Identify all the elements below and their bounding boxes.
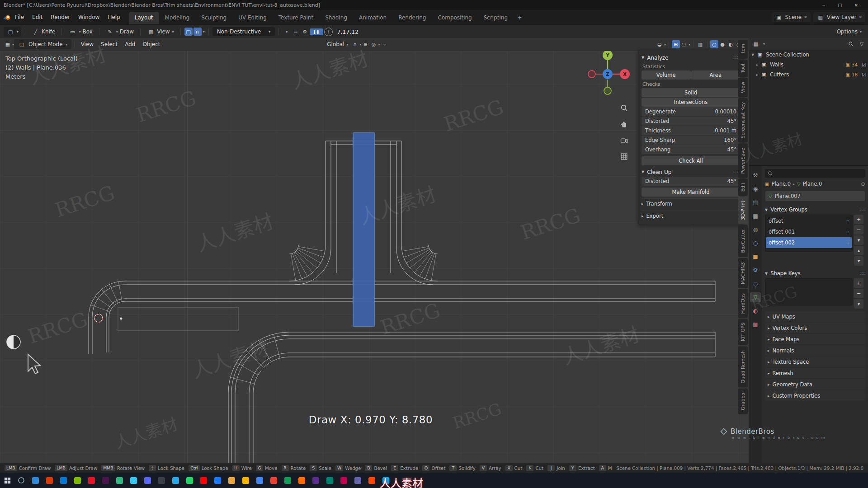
tab-machin3[interactable]: MACHIN3 — [738, 258, 748, 288]
taskbar-app-icon[interactable] — [99, 474, 111, 487]
make-manifold-button[interactable]: Make Manifold — [642, 188, 740, 197]
cut-mode-select[interactable]: Non-Destructive ▾ — [212, 27, 275, 36]
check-all-button[interactable]: Check All — [642, 156, 740, 165]
taskbar-app-icon[interactable] — [366, 474, 377, 487]
area-button[interactable]: Area — [691, 70, 741, 80]
check-solid-button[interactable]: Solid — [642, 88, 740, 97]
taskbar-app-icon[interactable] — [198, 474, 209, 487]
section-uv-maps[interactable]: ▸ UV Maps — [765, 311, 865, 322]
shading-wireframe-icon[interactable]: ○ — [710, 40, 718, 48]
camera-view-icon[interactable] — [618, 135, 629, 145]
snap-toggle-icon[interactable]: ▢ — [184, 28, 193, 36]
vertex-groups-header[interactable]: ▼ Vertex Groups ∷∷ — [765, 205, 865, 215]
modifier-properties-icon[interactable]: ⚙ — [750, 265, 761, 275]
view-layer-unlink-icon[interactable]: ✕ — [859, 15, 862, 19]
tab-powersave[interactable]: PowerSave — [738, 144, 748, 178]
taskbar-app-icon[interactable] — [57, 474, 69, 487]
workspace-tab-layout[interactable]: Layout — [129, 12, 159, 24]
menu-lines-icon[interactable]: ≡ — [292, 28, 300, 36]
editor-type-icon[interactable]: ▦ — [4, 40, 12, 48]
triangle-right-icon[interactable]: ▸ — [756, 73, 758, 77]
texture-properties-icon[interactable]: ▩ — [750, 319, 761, 329]
tab-kit-ops[interactable]: KIT OPS — [738, 319, 748, 345]
gizmo-x-neg-axis[interactable] — [588, 70, 595, 78]
export-panel-header[interactable]: ▸ Export — [642, 211, 740, 221]
section-vertex-colors[interactable]: ▸ Vertex Colors — [765, 323, 865, 333]
taskbar-app-icon[interactable] — [85, 474, 97, 487]
outliner-row-scene-collection[interactable]: ▼ ▣ Scene Collection — [749, 50, 868, 60]
section-custom-properties[interactable]: ▸ Custom Properties — [765, 390, 865, 401]
workspace-tab-animation[interactable]: Animation — [353, 12, 392, 24]
mesh-name-field[interactable]: ▽ Plane.007 — [765, 191, 865, 202]
breadcrumb-object[interactable]: Plane.0 — [771, 181, 791, 187]
cursor-3d[interactable] — [92, 312, 105, 324]
physics-properties-icon[interactable]: ◌ — [750, 279, 761, 289]
cortana-search-icon[interactable] — [15, 474, 27, 487]
orientation-select[interactable]: Global ▾ — [324, 40, 351, 48]
taskbar-app-icon[interactable] — [113, 474, 125, 487]
taskbar-app-icon[interactable] — [29, 474, 41, 487]
shape-keys-header[interactable]: ▼ Shape Keys ∷∷ — [765, 268, 865, 278]
outliner-row-cutters[interactable]: ▸ ▣ Cutters ▣ 18 ☑ — [749, 70, 868, 80]
snap-target-icon[interactable]: ⊕ — [362, 40, 370, 48]
viewport-menu-view[interactable]: View — [77, 41, 97, 47]
taskbar-app-icon[interactable] — [380, 474, 392, 487]
tab-3d-print[interactable]: 3D-Print — [738, 197, 748, 224]
outliner-row-walls[interactable]: ▸ ▣ Walls ▣ 34 ☑ — [749, 60, 868, 70]
volume-button[interactable]: Volume — [642, 70, 691, 80]
cleanup-distorted-row[interactable]: Distorted 45° — [642, 177, 740, 186]
close-button[interactable]: ✕ — [848, 0, 864, 10]
check-overhang-row[interactable]: Overhang 45° — [642, 145, 740, 154]
filter-icon[interactable]: ▽ — [858, 40, 866, 48]
taskbar-app-icon[interactable] — [226, 474, 237, 487]
section-geometry-data[interactable]: ▸ Geometry Data — [765, 379, 865, 389]
lock-icon[interactable]: ▫ — [846, 219, 849, 223]
xray-toggle-icon[interactable]: ▥ — [696, 40, 704, 48]
check-intersections-button[interactable]: Intersections — [642, 98, 740, 107]
add-vertex-group-button[interactable]: + — [854, 215, 863, 224]
pause-button[interactable]: ❚❚ — [310, 28, 323, 35]
move-down-button[interactable]: ▾ — [854, 256, 863, 266]
object-properties-icon[interactable]: ■ — [750, 252, 761, 262]
chevron-down-icon[interactable]: ▾ — [664, 42, 666, 47]
overlays-toggle-icon[interactable]: ◌ — [680, 40, 688, 48]
world-properties-icon[interactable]: ○ — [750, 238, 761, 248]
section-texture-space[interactable]: ▸ Texture Space — [765, 357, 865, 367]
tab-item[interactable]: Item — [738, 40, 748, 59]
cleanup-panel-header[interactable]: ▼ Clean Up ∷∷ — [642, 167, 740, 177]
gizmos-toggle-icon[interactable]: ⊞ — [672, 40, 680, 48]
check-distorted-row[interactable]: Distorted 45° — [642, 117, 740, 126]
taskbar-app-icon[interactable] — [170, 474, 181, 487]
workspace-tab-scripting[interactable]: Scripting — [478, 12, 514, 24]
tab-edit[interactable]: Edit — [738, 178, 748, 196]
taskbar-app-icon[interactable] — [282, 474, 293, 487]
options-button[interactable]: Options ▾ — [834, 28, 864, 36]
menu-render[interactable]: Render — [47, 10, 74, 24]
tab-view[interactable]: View — [738, 78, 748, 97]
start-button[interactable] — [1, 474, 13, 487]
pan-hand-icon[interactable] — [618, 118, 629, 129]
remove-shape-key-button[interactable]: − — [854, 289, 863, 298]
scene-unlink-icon[interactable]: ✕ — [804, 15, 807, 19]
workspace-tab-sculpting[interactable]: Sculpting — [195, 12, 232, 24]
taskbar-app-icon[interactable] — [156, 474, 167, 487]
section-remesh[interactable]: ▸ Remesh — [765, 368, 865, 378]
menu-window[interactable]: Window — [74, 10, 104, 24]
workspace-tab-shading[interactable]: Shading — [319, 12, 353, 24]
breadcrumb-data[interactable]: Plane.0 — [803, 181, 822, 187]
shape-key-specials-button[interactable]: ▾ — [854, 299, 863, 309]
menu-edit[interactable]: Edit — [28, 10, 47, 24]
blender-logo-icon[interactable] — [3, 13, 11, 21]
gear-icon[interactable]: ⚙ — [301, 28, 309, 36]
properties-search-input[interactable] — [765, 169, 865, 178]
chevron-down-icon[interactable]: ▾ — [689, 42, 690, 47]
vertex-group-row[interactable]: offset ▫ — [766, 216, 852, 226]
remove-vertex-group-button[interactable]: − — [854, 225, 863, 235]
tool-properties-icon[interactable]: ⚒ — [750, 170, 761, 180]
taskbar-app-icon[interactable] — [240, 474, 251, 487]
tab-quad-remesh[interactable]: Quad Remesh — [738, 346, 748, 387]
menu-file[interactable]: File — [11, 10, 28, 24]
magnet-toggle-icon[interactable]: ∩ — [193, 28, 202, 36]
view-align-button[interactable]: ▦ View ▾ — [144, 27, 177, 37]
search-icon[interactable] — [847, 40, 855, 48]
